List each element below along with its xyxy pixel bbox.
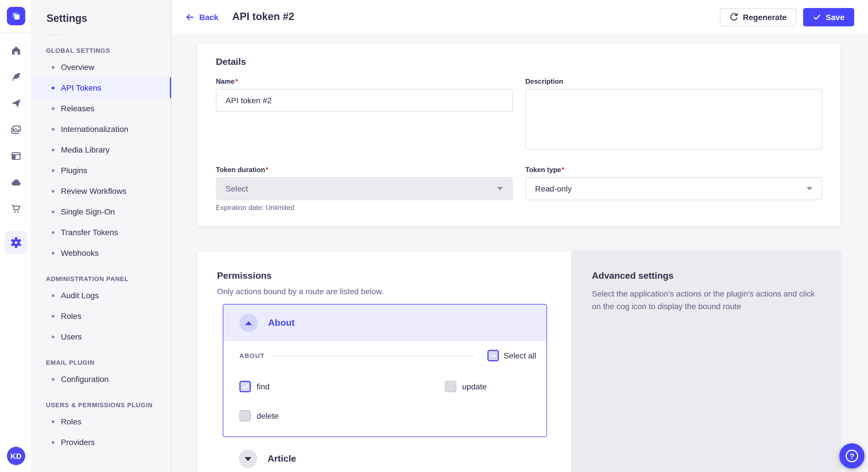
sidebar-item-api-tokens[interactable]: API Tokens [32,77,171,98]
token-duration-helper: Expiration date: Unlimited [216,204,513,212]
save-button[interactable]: Save [803,8,854,26]
home-icon[interactable] [10,45,22,56]
permissions-card: Permissions Only actions bound by a rout… [197,251,840,472]
layout-icon[interactable] [10,150,22,162]
sidebar-item-admin-users[interactable]: Users [32,326,171,347]
chevron-down-icon [245,457,251,461]
users-permissions-list: Roles Providers [32,411,171,452]
sidebar-item-internationalization[interactable]: Internationalization [32,119,171,139]
strapi-logo[interactable] [7,7,25,25]
regenerate-button[interactable]: Regenerate [720,8,797,26]
send-paper-plane-icon[interactable] [10,98,22,109]
sidebar-item-up-providers[interactable]: Providers [32,432,171,452]
bullet-icon [52,66,55,69]
settings-gear-icon[interactable] [4,231,27,254]
strapi-logo-icon [7,7,25,25]
token-type-select[interactable]: Read-only [525,177,822,200]
main-area: Back API token #2 Regenerate Save [172,0,868,472]
sidebar-item-overview[interactable]: Overview [32,57,171,77]
sidebar-item-up-roles[interactable]: Roles [32,411,171,432]
group-divider [273,355,476,356]
cloud-icon[interactable] [10,177,22,188]
accordion-about-title: About [268,318,294,328]
description-label: Description [525,77,822,86]
action-label: update [462,382,487,391]
sidebar-item-single-sign-on[interactable]: Single Sign-On [32,201,171,222]
token-duration-select[interactable]: Select [216,177,513,200]
description-textarea[interactable] [525,89,822,150]
rail-nav [4,45,27,254]
permissions-heading: Permissions [217,271,547,281]
details-card: Details Name* Description Token duration… [197,43,840,227]
details-form-row-1: Name* Description [216,77,822,152]
page-header: Back API token #2 Regenerate Save [172,0,868,34]
details-heading: Details [216,57,822,67]
bullet-icon [52,169,55,172]
name-label: Name* [216,77,513,86]
help-button[interactable]: ? [839,443,865,469]
advanced-settings-panel: Advanced settings Select the application… [571,251,840,472]
accordion-about-body: ABOUT Select all [223,341,547,436]
name-input[interactable] [216,89,513,112]
sidebar-item-media-library[interactable]: Media Library [32,139,171,160]
sidebar-item-audit-logs[interactable]: Audit Logs [32,285,171,306]
global-settings-list: Overview API Tokens Releases Internation… [32,57,171,263]
accordion-article-title: Article [268,453,296,464]
bullet-icon [52,86,55,89]
bullet-icon [52,441,55,444]
bullet-icon [52,335,55,338]
action-delete: delete [239,410,445,422]
token-type-label: Token type* [525,166,822,174]
bullet-icon [52,314,55,317]
bullet-icon [52,231,55,234]
arrow-left-icon [185,12,195,22]
media-library-icon[interactable] [10,124,22,135]
header-actions: Regenerate Save [720,8,854,26]
details-form-row-2: Token duration* Select Expiration date: … [216,166,822,212]
email-plugin-list: Configuration [32,369,171,390]
about-actions-grid: find update delete [239,381,536,422]
sidebar-item-review-workflows[interactable]: Review Workflows [32,181,171,201]
token-duration-field-group: Token duration* Select Expiration date: … [216,166,513,212]
page-content: Details Name* Description Token duration… [172,34,868,472]
expand-button[interactable] [239,450,257,468]
sidebar-item-transfer-tokens[interactable]: Transfer Tokens [32,222,171,243]
about-group-row: ABOUT Select all [239,349,536,362]
bullet-icon [52,378,55,380]
description-field-group: Description [525,77,822,152]
content-manager-feather-icon[interactable] [10,71,22,82]
sidebar-item-releases[interactable]: Releases [32,98,171,119]
advanced-settings-heading: Advanced settings [592,271,820,281]
accordion-about-header[interactable]: About [223,305,547,341]
sidebar-item-webhooks[interactable]: Webhooks [32,243,171,263]
bullet-icon [52,210,55,213]
find-checkbox[interactable] [239,381,251,392]
required-asterisk: * [235,77,238,86]
advanced-settings-body: Select the application's actions or the … [592,288,819,313]
bullet-icon [52,148,55,151]
token-duration-label: Token duration* [216,166,513,174]
sidebar-item-plugins[interactable]: Plugins [32,160,171,181]
user-avatar[interactable]: KD [7,447,25,465]
about-group-label: ABOUT [239,352,265,359]
back-button[interactable]: Back [185,12,218,22]
section-administration-panel: ADMINISTRATION PANEL [32,275,171,282]
app-root: KD Settings GLOBAL SETTINGS Overview API… [0,0,868,472]
select-all-label: Select all [503,351,536,360]
sidebar-item-admin-roles[interactable]: Roles [32,306,171,326]
sidebar-title: Settings [32,12,171,25]
refresh-icon [730,12,738,21]
marketplace-cart-icon[interactable] [10,203,22,214]
bullet-icon [52,420,55,423]
check-icon [813,13,821,21]
update-checkbox[interactable] [445,381,456,392]
select-all-checkbox[interactable] [487,350,499,361]
sidebar-item-email-configuration[interactable]: Configuration [32,369,171,390]
sidebar-divider [46,34,60,35]
collapse-button[interactable] [239,314,258,332]
bullet-icon [52,107,55,110]
page-title: API token #2 [232,11,294,23]
accordion-article-header[interactable]: Article [223,437,547,472]
delete-checkbox[interactable] [239,410,251,422]
bullet-icon [52,190,55,193]
